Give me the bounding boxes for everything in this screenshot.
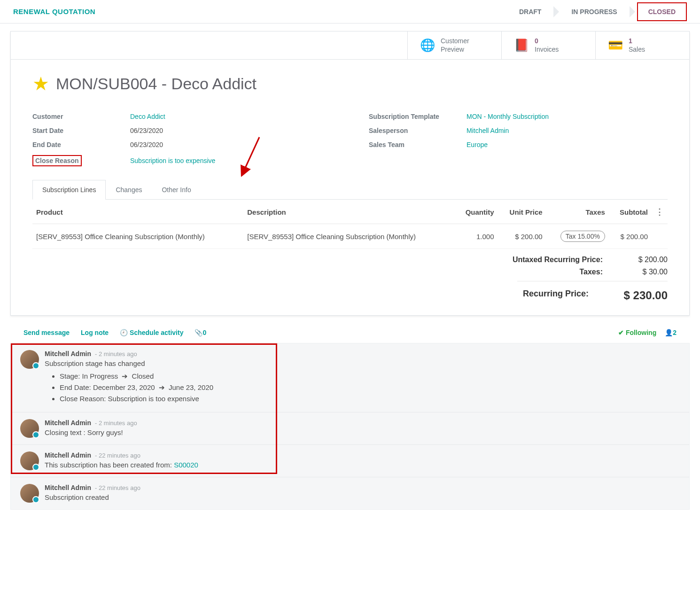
stat-label: Customer (441, 37, 469, 46)
card-icon: 💳 (608, 38, 623, 53)
end-date-value: 06/23/2020 (130, 141, 163, 148)
change-item: Stage: In Progress ➔ Closed (60, 372, 680, 381)
stat-value: 1 (629, 37, 645, 46)
customer-link[interactable]: Deco Addict (130, 113, 165, 120)
th-unit-price[interactable]: Unit Price (498, 200, 546, 224)
label-recurring-price: Recurring Price: (523, 289, 589, 302)
message-timestamp: - 2 minutes ago (95, 420, 137, 427)
th-description[interactable]: Description (243, 200, 454, 224)
arrow-right-icon: ➔ (122, 372, 128, 381)
message-timestamp: - 22 minutes ago (95, 484, 140, 491)
stage-draft[interactable]: DRAFT (509, 3, 552, 20)
clock-icon: 🕘 (120, 329, 128, 336)
message-text: Subscription created (45, 493, 680, 501)
customer-preview-button[interactable]: 🌐 Customer Preview (407, 31, 501, 59)
cell-qty: 1.000 (454, 224, 498, 249)
message: Mitchell Admin - 2 minutes ago Subscript… (11, 343, 689, 412)
chevron-right-icon (553, 6, 559, 17)
message: Mitchell Admin - 22 minutes ago Subscrip… (11, 477, 689, 509)
avatar[interactable] (20, 350, 39, 369)
avatar[interactable] (20, 484, 39, 503)
send-message-button[interactable]: Send message (23, 329, 70, 336)
start-date-value: 06/23/2020 (130, 127, 163, 134)
stat-row: 🌐 Customer Preview 📕 0 Invoices 💳 1 Sale… (11, 31, 689, 60)
message-author[interactable]: Mitchell Admin (45, 484, 91, 491)
schedule-activity-button[interactable]: 🕘 Schedule activity (120, 329, 183, 336)
stat-label: Invoices (535, 46, 559, 54)
close-reason-link[interactable]: Subscription is too expensive (130, 157, 215, 164)
totals: Untaxed Recurring Price: $ 200.00 Taxes:… (11, 249, 689, 315)
attachment-button[interactable]: 📎0 (194, 329, 206, 336)
avatar[interactable] (20, 419, 39, 438)
th-quantity[interactable]: Quantity (454, 200, 498, 224)
message: Mitchell Admin - 2 minutes ago Closing t… (11, 412, 689, 444)
th-product[interactable]: Product (32, 200, 243, 224)
template-link[interactable]: MON - Monthly Subscription (467, 113, 549, 120)
arrow-right-icon: ➔ (159, 383, 165, 392)
field-label-customer: Customer (32, 113, 130, 120)
value-untaxed: $ 200.00 (616, 256, 668, 264)
paperclip-icon: 📎 (194, 329, 202, 336)
tax-chip: Tax 15.00% (560, 231, 605, 242)
stat-label: Sales (629, 46, 645, 54)
message-timestamp: - 22 minutes ago (95, 452, 140, 459)
chatter: Send message Log note 🕘 Schedule activit… (0, 316, 700, 516)
th-subtotal[interactable]: Subtotal (609, 200, 652, 224)
book-icon: 📕 (514, 38, 529, 53)
label-untaxed: Untaxed Recurring Price: (513, 256, 603, 264)
sales-team-link[interactable]: Europe (467, 141, 488, 148)
message-author[interactable]: Mitchell Admin (45, 419, 91, 427)
stage-closed[interactable]: CLOSED (637, 2, 687, 21)
chevron-right-icon (630, 6, 635, 17)
stat-value: 0 (535, 37, 559, 46)
tabs: Subscription Lines Changes Other Info (32, 180, 668, 200)
subscription-lines-table: Product Description Quantity Unit Price … (32, 200, 668, 249)
change-item: Close Reason: Subscription is too expens… (60, 395, 680, 403)
value-taxes: $ 30.00 (616, 268, 668, 276)
record-sheet: 🌐 Customer Preview 📕 0 Invoices 💳 1 Sale… (10, 31, 690, 316)
source-order-link[interactable]: S00020 (174, 461, 198, 469)
follower-count-button[interactable]: 👤2 (665, 329, 677, 336)
log-note-button[interactable]: Log note (81, 329, 109, 336)
th-taxes[interactable]: Taxes (546, 200, 609, 224)
cell-description: [SERV_89553] Office Cleaning Subscriptio… (243, 224, 454, 249)
avatar[interactable] (20, 451, 39, 470)
message-text: Subscription stage has changed (45, 359, 680, 367)
message-list: Mitchell Admin - 2 minutes ago Subscript… (10, 343, 690, 510)
message-author[interactable]: Mitchell Admin (45, 350, 91, 358)
status-stages: DRAFT IN PROGRESS CLOSED (509, 2, 687, 21)
topbar: RENEWAL QUOTATION DRAFT IN PROGRESS CLOS… (0, 0, 700, 23)
page-title: MON/SUB004 - Deco Addict (56, 75, 257, 93)
sales-button[interactable]: 💳 1 Sales (595, 31, 689, 59)
value-recurring-price: $ 230.00 (602, 289, 668, 302)
invoices-button[interactable]: 📕 0 Invoices (501, 31, 595, 59)
change-item: End Date: December 23, 2020 ➔ June 23, 2… (60, 383, 680, 392)
cell-product: [SERV_89553] Office Cleaning Subscriptio… (32, 224, 243, 249)
stage-in-progress[interactable]: IN PROGRESS (561, 3, 627, 20)
field-label-end-date: End Date (32, 141, 130, 148)
message-text: This subscription has been created from:… (45, 461, 680, 469)
tab-subscription-lines[interactable]: Subscription Lines (32, 180, 106, 200)
user-icon: 👤 (665, 329, 673, 336)
tab-changes[interactable]: Changes (106, 180, 152, 200)
field-label-salesperson: Salesperson (369, 127, 467, 134)
fields: Customer Deco Addict Start Date 06/23/20… (11, 98, 689, 171)
star-icon[interactable]: ★ (32, 73, 49, 94)
salesperson-link[interactable]: Mitchell Admin (467, 127, 509, 134)
following-button[interactable]: Following (618, 329, 656, 336)
kebab-icon[interactable]: ⋮ (655, 207, 664, 217)
stat-label: Preview (441, 46, 469, 54)
message: Mitchell Admin - 22 minutes ago This sub… (11, 444, 689, 477)
message-author[interactable]: Mitchell Admin (45, 451, 91, 459)
field-label-start-date: Start Date (32, 127, 130, 134)
tab-other-info[interactable]: Other Info (152, 180, 201, 200)
renewal-quotation-button[interactable]: RENEWAL QUOTATION (13, 8, 95, 16)
cell-unit: $ 200.00 (498, 224, 546, 249)
cell-subtotal: $ 200.00 (609, 224, 652, 249)
field-label-close-reason: Close Reason (32, 155, 130, 166)
field-label-template: Subscription Template (369, 113, 467, 120)
globe-icon: 🌐 (420, 38, 435, 53)
table-row[interactable]: [SERV_89553] Office Cleaning Subscriptio… (32, 224, 668, 249)
label-taxes: Taxes: (579, 268, 603, 276)
message-timestamp: - 2 minutes ago (95, 350, 137, 358)
